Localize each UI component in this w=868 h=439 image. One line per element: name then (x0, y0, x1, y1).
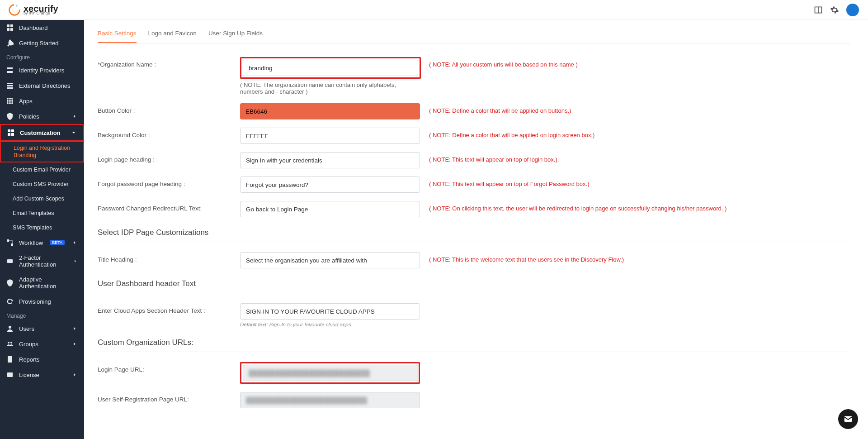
sidebar-section-configure: Configure (0, 51, 84, 62)
sidebar-item-workflow[interactable]: Workflow BETA (0, 235, 84, 250)
sidebar-label: Provisioning (19, 298, 51, 305)
svg-point-0 (9, 5, 20, 15)
svg-rect-6 (7, 71, 13, 73)
sidebar-item-users[interactable]: Users (0, 321, 84, 336)
docs-icon[interactable] (814, 5, 823, 14)
tabs: Basic Settings Logo and Favicon User Sig… (98, 25, 850, 43)
input-login-url: ████████████████████████████ (243, 365, 418, 381)
note-forgot-heading: ( NOTE: This text will appear on top of … (429, 177, 850, 187)
sidebar-item-policies[interactable]: Policies (0, 109, 84, 124)
input-bg-color[interactable] (240, 128, 420, 144)
svg-point-18 (11, 102, 13, 104)
sidebar-item-dashboard[interactable]: Dashboard (0, 20, 84, 35)
svg-rect-22 (11, 133, 14, 136)
svg-rect-25 (7, 259, 13, 263)
svg-rect-23 (7, 239, 9, 242)
sidebar-label: Adaptive Authentication (19, 276, 78, 290)
svg-rect-29 (8, 356, 12, 363)
input-org-name[interactable] (243, 60, 418, 76)
input-pwd-changed[interactable] (240, 201, 420, 217)
avatar[interactable] (846, 4, 859, 16)
input-title-heading[interactable] (240, 252, 420, 268)
directories-icon (6, 82, 14, 89)
sidebar-item-adaptive[interactable]: Adaptive Authentication (0, 272, 84, 294)
topbar-actions (814, 4, 859, 16)
label-forgot-heading: Forgot password page heading : (98, 177, 240, 187)
sidebar-item-reports[interactable]: Reports (0, 352, 84, 367)
brand-logo[interactable]: xecurify by miniOrange (5, 4, 58, 16)
svg-rect-24 (11, 243, 13, 246)
brand-subtext: by miniOrange (24, 11, 58, 15)
svg-point-28 (10, 342, 12, 344)
sidebar-item-provisioning[interactable]: Provisioning (0, 294, 84, 309)
row-selfreg-url: User Self-Registration Page URL: ███████… (98, 392, 850, 408)
sidebar-label: Apps (19, 98, 33, 105)
label-login-url: Login Page URL: (98, 362, 240, 373)
dashboard-icon (6, 24, 14, 31)
idp-icon (6, 67, 14, 74)
sidebar-sub-email-templates[interactable]: Email Templates (0, 206, 84, 220)
workflow-icon (6, 239, 14, 246)
chat-fab[interactable] (838, 409, 858, 429)
reports-icon (6, 356, 14, 363)
row-login-heading: Login page heading : ( NOTE: This text w… (98, 152, 850, 168)
svg-rect-30 (7, 372, 13, 377)
chevron-right-icon (71, 113, 78, 119)
sidebar-label: Reports (19, 356, 40, 363)
input-forgot-heading[interactable] (240, 177, 420, 193)
svg-rect-7 (7, 83, 13, 84)
sidebar-label: Identity Providers (19, 67, 64, 74)
svg-rect-20 (11, 129, 14, 132)
sidebar-label: Dashboard (19, 24, 48, 31)
sidebar-sub-custom-sms[interactable]: Custom SMS Provider (0, 177, 84, 191)
sidebar-item-external-directories[interactable]: External Directories (0, 78, 84, 93)
sidebar-item-customization[interactable]: Customization (1, 125, 83, 140)
svg-rect-5 (7, 67, 13, 69)
tab-basic-settings[interactable]: Basic Settings (98, 25, 137, 43)
note-bg-color: ( NOTE: Define a color that will be appl… (429, 128, 850, 138)
label-selfreg-url: User Self-Registration Page URL: (98, 392, 240, 403)
svg-rect-4 (10, 28, 13, 31)
policies-icon (6, 113, 14, 120)
sidebar: Dashboard Getting Started Configure Iden… (0, 20, 84, 439)
sidebar-label: 2-Factor Authentication (19, 254, 67, 268)
rocket-icon (6, 39, 14, 47)
sidebar-sub-custom-email[interactable]: Custom Email Provider (0, 162, 84, 177)
user-icon (6, 325, 14, 332)
sidebar-item-getting-started[interactable]: Getting Started (0, 35, 84, 51)
gear-icon[interactable] (830, 5, 839, 14)
sidebar-label: Policies (19, 113, 39, 120)
sidebar-item-groups[interactable]: Groups (0, 336, 84, 352)
chevron-right-icon (73, 258, 78, 264)
sidebar-label: SMS Templates (13, 224, 52, 231)
sidebar-item-identity-providers[interactable]: Identity Providers (0, 62, 84, 78)
sidebar-item-2fa[interactable]: 2-Factor Authentication (0, 250, 84, 272)
topbar: xecurify by miniOrange (0, 0, 868, 20)
row-forgot-heading: Forgot password page heading : ( NOTE: T… (98, 177, 850, 193)
sidebar-label: Groups (19, 341, 38, 348)
sidebar-label: License (19, 372, 39, 378)
sidebar-label: Workflow (19, 239, 43, 246)
sidebar-sub-add-scopes[interactable]: Add Custom Scopes (0, 191, 84, 206)
input-cloud-apps[interactable] (240, 303, 420, 320)
input-selfreg-url: ████████████████████████████ (240, 392, 420, 408)
sidebar-sub-login-branding[interactable]: Login and Registration Branding (0, 141, 84, 162)
sidebar-label: Add Custom Scopes (13, 196, 64, 202)
sidebar-label: Getting Started (19, 40, 58, 47)
sidebar-sub-sms-templates[interactable]: SMS Templates (0, 220, 84, 235)
label-cloud-apps: Enter Cloud Apps Section Header Text : (98, 303, 240, 314)
sidebar-item-apps[interactable]: Apps (0, 93, 84, 109)
sidebar-label: Email Templates (13, 210, 54, 216)
svg-point-11 (9, 98, 11, 100)
input-login-heading[interactable] (240, 152, 420, 168)
tab-signup-fields[interactable]: User Sign Up Fields (208, 25, 263, 43)
note-org-name: ( NOTE: All your custom urls will be bas… (429, 57, 850, 68)
sidebar-item-license[interactable]: License (0, 367, 84, 382)
svg-point-15 (11, 100, 13, 102)
tab-logo-favicon[interactable]: Logo and Favicon (148, 25, 197, 43)
chevron-down-icon (71, 129, 77, 136)
license-icon (6, 371, 14, 378)
svg-point-17 (9, 102, 11, 104)
input-button-color[interactable] (240, 103, 420, 119)
twofactor-icon (6, 258, 14, 265)
